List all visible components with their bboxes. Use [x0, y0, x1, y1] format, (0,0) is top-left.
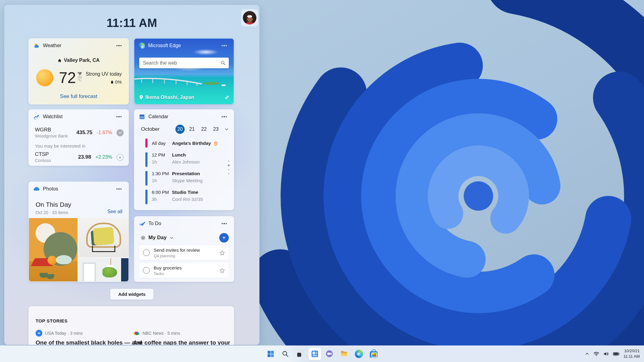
my-day-sun-icon [140, 235, 146, 240]
desktop: 11:11 AM Weather Valley Park, CA 7 [0, 0, 644, 362]
weather-widget[interactable]: Weather Valley Park, CA 72 °F °C Strong … [29, 38, 129, 104]
chat-button[interactable] [323, 348, 336, 360]
edge-search-bar[interactable] [139, 58, 229, 68]
watchlist-added-check-icon[interactable] [117, 129, 124, 136]
temperature-value: 72 [59, 70, 76, 85]
stock-change: +2.23% [95, 154, 112, 160]
unit-toggle[interactable]: °F °C [78, 71, 82, 82]
edge-more-options-button[interactable] [219, 40, 229, 51]
add-task-button[interactable]: + [219, 233, 229, 243]
watchlist-more-options-button[interactable] [114, 111, 124, 122]
photo-hanging-plant[interactable] [79, 258, 128, 281]
fahrenheit-label[interactable]: °F [78, 71, 82, 77]
volume-icon[interactable] [603, 351, 609, 356]
stock-company: Contoso [35, 158, 74, 163]
system-tray: 10/20/21 11:11 AM [585, 345, 644, 362]
edge-photo-caption: Ikema Ohashi, Japan [139, 95, 229, 100]
file-explorer-button[interactable] [338, 348, 351, 360]
calendar-title: Calendar [148, 114, 168, 119]
calendar-widget[interactable]: Calendar October 20 21 22 23 A [134, 109, 234, 210]
edge-title: Microsoft Edge [148, 43, 181, 48]
event-title: Presentation [172, 171, 202, 176]
search-icon[interactable] [220, 60, 226, 66]
edge-widget[interactable]: Microsoft Edge Ikema Ohashi, Japan [134, 38, 234, 104]
taskbar: 10/20/21 11:11 AM [0, 345, 644, 362]
calendar-date-strip: October 20 21 22 23 [141, 124, 229, 134]
precipitation-value: 0% [115, 79, 122, 85]
photos-more-options-button[interactable] [114, 184, 124, 194]
see-full-forecast-link[interactable]: See full forecast [29, 93, 128, 100]
watchlist-title: Watchlist [43, 114, 63, 119]
top-stories-heading: TOP STORIES [36, 318, 67, 323]
start-button[interactable] [264, 348, 277, 360]
event-color-bar [145, 171, 148, 186]
event-time: All day [152, 141, 172, 146]
store-bag-icon [370, 351, 378, 358]
event-presentation[interactable]: 1:30 PM1h PresentationSkype Meeting [145, 171, 231, 186]
photo-location-label: Ikema Ohashi, Japan [145, 95, 194, 100]
task-row-send-invites[interactable]: Send invites for review Q4 planning [139, 245, 229, 260]
calendar-date-20[interactable]: 20 [175, 125, 185, 134]
todo-list-selector[interactable]: My Day + [140, 232, 229, 243]
battery-icon[interactable] [613, 352, 619, 356]
event-title: Studio Time [172, 190, 203, 195]
edge-browser-button[interactable] [353, 348, 365, 360]
calendar-date-22[interactable]: 22 [199, 125, 209, 134]
expand-icon[interactable] [224, 95, 229, 100]
calendar-expand-chevron-icon[interactable] [224, 127, 229, 131]
star-icon[interactable] [219, 268, 225, 273]
photo-chair[interactable] [79, 218, 128, 257]
photos-widget[interactable]: Photos On This Day Oct 20 · 33 items See… [29, 182, 129, 282]
stock-price: 23.98 [78, 154, 91, 160]
task-title: Buy groceries [154, 265, 182, 270]
search-button[interactable] [279, 348, 292, 360]
watchlist-widget[interactable]: Watchlist WGRB Woodgrove Bank 435.75 -1.… [29, 109, 129, 166]
event-lunch[interactable]: 12 PM1h LunchAlex Johnson [145, 152, 231, 167]
tray-clock[interactable]: 10/20/21 11:11 AM [623, 348, 640, 359]
news-story[interactable]: NBC News · 5 mins Are coffee naps the an… [133, 330, 225, 345]
see-all-link[interactable]: See all [107, 209, 122, 214]
event-list-scroll-indicator[interactable] [228, 160, 230, 174]
celsius-label[interactable]: °C [78, 78, 82, 82]
profile-avatar-button[interactable] [241, 9, 258, 26]
task-view-button[interactable] [294, 348, 306, 360]
star-icon[interactable] [219, 250, 225, 256]
event-studio-time[interactable]: 6:00 PM3h Studio TimeConf Rm 32/35 [145, 190, 231, 204]
tray-chevron-up-icon[interactable] [585, 352, 589, 356]
todo-widget[interactable]: To Do My Day + Send invites for review [134, 216, 234, 282]
weather-location[interactable]: Valley Park, CA [29, 58, 128, 63]
stock-price: 435.75 [76, 130, 92, 136]
event-duration: 3h [152, 197, 172, 202]
add-widgets-button[interactable]: Add widgets [110, 289, 153, 300]
top-stories-card: TOP STORIES USA Today · 3 mins One of th… [29, 306, 234, 345]
calendar-date-23[interactable]: 23 [211, 125, 220, 134]
widgets-button[interactable] [309, 348, 321, 360]
add-to-watchlist-button[interactable]: + [117, 154, 124, 161]
search-input[interactable] [139, 60, 220, 66]
microsoft-store-button[interactable] [367, 348, 380, 360]
widgets-panel: 11:11 AM Weather Valley Park, CA 7 [4, 5, 259, 345]
wifi-icon[interactable] [593, 351, 599, 356]
weather-current: 72 °F °C Strong UV today 0% [36, 67, 122, 89]
weather-more-options-button[interactable] [114, 40, 124, 51]
edge-logo-icon [139, 43, 145, 49]
task-complete-circle[interactable] [143, 267, 150, 274]
task-row-buy-groceries[interactable]: Buy groceries Tasks [139, 263, 229, 278]
calendar-more-options-button[interactable] [219, 111, 229, 122]
event-duration: 1h [152, 178, 172, 183]
todo-more-options-button[interactable] [219, 218, 229, 229]
photo-collage[interactable] [29, 218, 128, 281]
photo-still-life[interactable] [29, 218, 78, 281]
photo-partial-tile [121, 258, 128, 281]
calendar-date-21[interactable]: 21 [187, 125, 197, 134]
event-birthday[interactable]: All day Angela's Birthday 🎂 [145, 138, 231, 148]
story-headline: Are coffee naps the answer to your [133, 339, 225, 345]
task-complete-circle[interactable] [143, 249, 150, 256]
home-icon [58, 58, 62, 62]
news-story[interactable]: USA Today · 3 mins One of the smallest b… [36, 330, 128, 345]
stock-row-ctsp[interactable]: CTSP Contoso 23.98 +2.23% + [35, 151, 124, 163]
stock-change: -1.67% [97, 130, 112, 135]
on-this-day-heading: On This Day [36, 201, 71, 208]
stock-row-wgrb[interactable]: WGRB Woodgrove Bank 435.75 -1.67% [35, 127, 124, 138]
my-day-label: My Day [148, 235, 167, 241]
